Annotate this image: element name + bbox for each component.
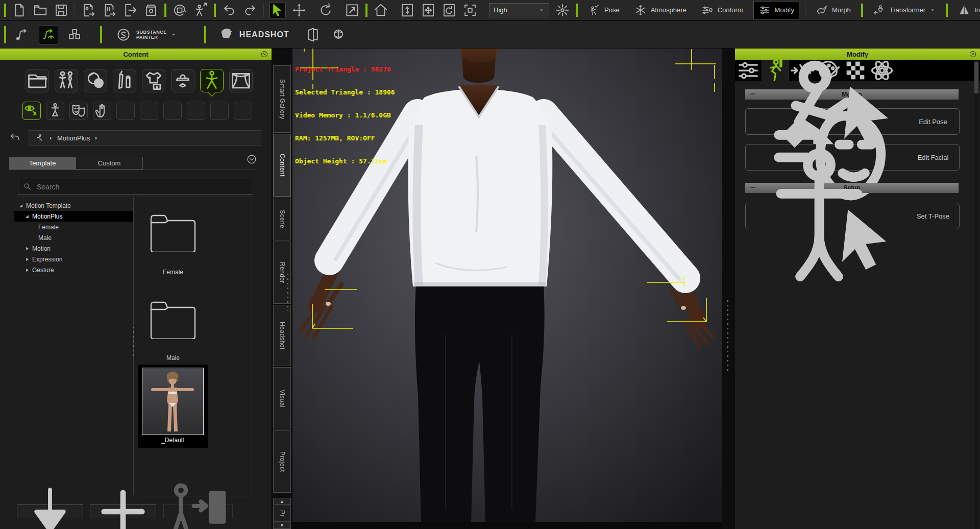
atmosphere-mode-button[interactable]: Atmosphere [630, 2, 691, 19]
transformer-button[interactable]: Transformer [869, 2, 940, 19]
expand-icon[interactable] [24, 214, 30, 219]
open-project-icon[interactable] [33, 3, 48, 18]
search-input[interactable] [36, 182, 248, 191]
folder-label-male[interactable]: Male [137, 354, 209, 362]
morph-mode-button[interactable]: Morph [811, 2, 855, 19]
category-skin-icon[interactable] [84, 69, 107, 92]
category-accessory-icon[interactable] [171, 69, 194, 92]
frame-object-icon[interactable] [462, 3, 478, 18]
transformer-icon [873, 4, 886, 16]
category-actors-icon[interactable] [55, 69, 78, 92]
tab-custom[interactable]: Custom [76, 157, 143, 170]
save-project-icon[interactable] [54, 3, 69, 18]
back-icon[interactable] [9, 132, 21, 144]
zoom-extent-icon[interactable] [400, 3, 415, 18]
export-icon[interactable] [122, 3, 138, 18]
sidetab-content[interactable]: Content [273, 134, 291, 197]
category-makeup-icon[interactable] [113, 69, 136, 92]
expand-icon[interactable] [18, 203, 23, 208]
pose-skeleton-icon[interactable] [46, 102, 64, 120]
tree-item-gesture[interactable]: Gesture [14, 264, 133, 275]
sidetab-scene[interactable]: Scene [273, 198, 291, 241]
add-content-button[interactable] [90, 504, 156, 518]
export-image-icon[interactable] [81, 3, 96, 18]
rotate-tool-icon[interactable] [318, 3, 333, 18]
expand-icon[interactable] [24, 268, 30, 273]
spring-off-icon[interactable] [13, 26, 32, 44]
tree-splitter-handle[interactable] [132, 325, 136, 359]
pose-mode-button[interactable]: Pose [583, 2, 624, 19]
motion-eye-icon[interactable] [22, 102, 41, 120]
folder-label-female[interactable]: Female [137, 269, 209, 276]
mirror-panel-icon[interactable] [304, 26, 322, 44]
conform-mode-button[interactable]: Conform [697, 2, 748, 19]
tab-custom-label: Custom [98, 159, 121, 167]
orbit-view-icon[interactable] [442, 3, 457, 18]
secondary-toolbar: SUBSTANCE PAINTER HEADSHOT [0, 21, 980, 49]
collapse-icon[interactable] [749, 90, 756, 98]
sidetab-smart-gallery[interactable]: Smart Gallery [273, 65, 291, 133]
collapse-chevron-icon[interactable] [246, 154, 257, 165]
select-tool-icon[interactable] [270, 2, 286, 18]
category-stage-icon[interactable] [229, 69, 253, 92]
left-splitter-handle[interactable] [286, 272, 290, 311]
close-icon[interactable] [969, 50, 977, 58]
new-project-icon[interactable] [12, 3, 27, 18]
sidetab-project[interactable]: Project [273, 430, 291, 493]
redo-icon[interactable] [242, 3, 258, 18]
tree-item-motionplus[interactable]: MotionPlus [14, 211, 133, 222]
folder-item-male[interactable] [148, 298, 199, 341]
head-morph-icon[interactable] [329, 26, 348, 44]
tree-item-male[interactable]: Male [14, 232, 133, 243]
gesture-hand-icon[interactable] [93, 102, 111, 120]
breadcrumb[interactable]: MotionPlus [29, 130, 261, 146]
viewport-3d[interactable]: Project Triangle : 98270 Selected Triang… [292, 49, 722, 522]
scrollbar-thumb[interactable] [974, 62, 978, 93]
apply-to-button[interactable] [163, 504, 233, 518]
content-tree: Motion Template MotionPlus Female Male M… [14, 197, 134, 495]
sidetab-headshot[interactable]: Headshot [273, 305, 291, 366]
pose-transfer-icon[interactable] [193, 3, 208, 18]
tree-label: MotionPlus [32, 213, 62, 220]
modify-mode-button[interactable]: Modify [753, 1, 799, 19]
tab-template[interactable]: Template [9, 157, 76, 170]
category-animation-icon[interactable] [200, 69, 224, 92]
export-ic-icon[interactable] [102, 3, 117, 18]
link-transfer-icon[interactable] [172, 3, 187, 18]
spring-edit-icon[interactable] [39, 25, 58, 44]
category-folder-icon[interactable] [26, 69, 49, 92]
tree-item-motion-template[interactable]: Motion Template [14, 200, 133, 211]
tree-item-motion[interactable]: Motion [14, 243, 133, 254]
tree-item-expression[interactable]: Expression [14, 254, 133, 264]
pan-view-icon[interactable] [421, 3, 436, 18]
pack-preview-icon[interactable] [143, 3, 159, 18]
set-tpose-button[interactable]: Set T-Pose [745, 203, 960, 229]
move-tool-icon[interactable] [291, 3, 307, 18]
expression-masks-icon[interactable] [69, 102, 88, 120]
preview-light-icon[interactable] [555, 3, 570, 18]
modify-scrollbar[interactable] [974, 60, 979, 529]
substance-painter-button[interactable]: SUBSTANCE PAINTER [114, 26, 177, 44]
sub-icon-row [22, 102, 252, 120]
category-cloth-icon[interactable] [142, 69, 165, 92]
headshot-button[interactable]: HEADSHOT [217, 26, 289, 44]
undo-icon[interactable] [222, 3, 237, 18]
folder-item-female[interactable] [148, 211, 199, 254]
main-toolbar: High Pose Atmosphere Conform Modify Morp… [0, 0, 980, 20]
sidetab-visual[interactable]: Visual [273, 367, 291, 429]
expand-icon[interactable] [24, 246, 30, 251]
scale-tool-icon[interactable] [345, 3, 360, 18]
close-icon[interactable] [260, 50, 268, 58]
character-item-default[interactable]: _Default [138, 365, 208, 448]
home-view-icon[interactable] [373, 3, 388, 18]
sidetab-scroll-up[interactable]: ▲ [273, 498, 291, 505]
expand-icon[interactable] [24, 257, 30, 262]
sidetab-partial[interactable]: Pr [273, 506, 291, 521]
sidetab-scroll-down[interactable]: ▼ [273, 521, 291, 529]
tree-item-female[interactable]: Female [14, 222, 133, 232]
instalod-button[interactable]: InstaLOD [953, 2, 980, 19]
right-splitter-handle[interactable] [726, 299, 730, 374]
quality-dropdown[interactable]: High [489, 3, 549, 17]
lod-cubes-icon[interactable] [65, 26, 84, 44]
download-button[interactable] [17, 504, 83, 518]
